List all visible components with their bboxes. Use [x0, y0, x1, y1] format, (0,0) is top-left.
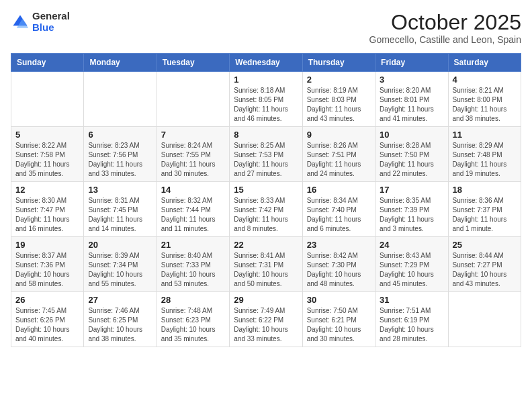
day-number: 9 — [307, 130, 371, 140]
day-info: Sunrise: 7:46 AM Sunset: 6:25 PM Dayligh… — [88, 306, 152, 344]
day-number: 27 — [88, 295, 152, 305]
weekday-header-saturday: Saturday — [448, 54, 521, 72]
day-info: Sunrise: 7:48 AM Sunset: 6:23 PM Dayligh… — [161, 306, 225, 344]
calendar-cell: 4Sunrise: 8:21 AM Sunset: 8:00 PM Daylig… — [448, 72, 521, 127]
logo-general: General — [32, 11, 70, 22]
weekday-header-monday: Monday — [84, 54, 157, 72]
day-info: Sunrise: 8:20 AM Sunset: 8:01 PM Dayligh… — [380, 86, 443, 124]
day-info: Sunrise: 8:25 AM Sunset: 7:53 PM Dayligh… — [234, 141, 298, 179]
weekday-header-sunday: Sunday — [11, 54, 84, 72]
day-info: Sunrise: 7:50 AM Sunset: 6:21 PM Dayligh… — [307, 306, 371, 344]
day-number: 24 — [380, 240, 443, 250]
day-info: Sunrise: 8:21 AM Sunset: 8:00 PM Dayligh… — [453, 86, 517, 124]
day-info: Sunrise: 8:43 AM Sunset: 7:29 PM Dayligh… — [380, 251, 443, 289]
day-number: 28 — [161, 295, 225, 305]
calendar-cell: 16Sunrise: 8:34 AM Sunset: 7:40 PM Dayli… — [302, 182, 375, 237]
calendar-cell: 27Sunrise: 7:46 AM Sunset: 6:25 PM Dayli… — [84, 292, 157, 347]
calendar-cell: 30Sunrise: 7:50 AM Sunset: 6:21 PM Dayli… — [302, 292, 375, 347]
calendar-cell: 13Sunrise: 8:31 AM Sunset: 7:45 PM Dayli… — [84, 182, 157, 237]
day-number: 26 — [15, 295, 79, 305]
day-info: Sunrise: 8:44 AM Sunset: 7:27 PM Dayligh… — [453, 251, 517, 289]
calendar-cell: 31Sunrise: 7:51 AM Sunset: 6:19 PM Dayli… — [375, 292, 448, 347]
day-info: Sunrise: 8:18 AM Sunset: 8:05 PM Dayligh… — [234, 86, 298, 124]
day-number: 30 — [307, 295, 371, 305]
calendar-cell: 21Sunrise: 8:40 AM Sunset: 7:33 PM Dayli… — [157, 237, 229, 292]
logo-icon — [11, 13, 30, 32]
calendar-cell: 15Sunrise: 8:33 AM Sunset: 7:42 PM Dayli… — [230, 182, 302, 237]
day-number: 22 — [234, 240, 298, 250]
day-info: Sunrise: 8:35 AM Sunset: 7:39 PM Dayligh… — [380, 196, 443, 234]
title-section: October 2025 Gomecello, Castille and Leo… — [369, 11, 521, 45]
calendar-cell: 1Sunrise: 8:18 AM Sunset: 8:05 PM Daylig… — [230, 72, 302, 127]
day-number: 31 — [380, 295, 443, 305]
calendar-cell: 28Sunrise: 7:48 AM Sunset: 6:23 PM Dayli… — [157, 292, 229, 347]
calendar-header: SundayMondayTuesdayWednesdayThursdayFrid… — [11, 54, 521, 72]
calendar-cell: 10Sunrise: 8:28 AM Sunset: 7:50 PM Dayli… — [375, 127, 448, 182]
weekday-header-wednesday: Wednesday — [230, 54, 302, 72]
calendar-body: 1Sunrise: 8:18 AM Sunset: 8:05 PM Daylig… — [11, 72, 521, 347]
weekday-header-friday: Friday — [375, 54, 448, 72]
day-info: Sunrise: 8:26 AM Sunset: 7:51 PM Dayligh… — [307, 141, 371, 179]
day-number: 3 — [380, 75, 443, 85]
day-number: 6 — [88, 130, 152, 140]
week-row-3: 12Sunrise: 8:30 AM Sunset: 7:47 PM Dayli… — [11, 182, 521, 237]
page-header: General Blue October 2025 Gomecello, Cas… — [11, 11, 521, 45]
day-info: Sunrise: 8:29 AM Sunset: 7:48 PM Dayligh… — [453, 141, 517, 179]
day-number: 12 — [15, 185, 79, 195]
day-number: 17 — [380, 185, 443, 195]
calendar-cell: 25Sunrise: 8:44 AM Sunset: 7:27 PM Dayli… — [448, 237, 521, 292]
weekday-header-row: SundayMondayTuesdayWednesdayThursdayFrid… — [11, 54, 521, 72]
calendar-cell: 7Sunrise: 8:24 AM Sunset: 7:55 PM Daylig… — [157, 127, 229, 182]
day-number: 2 — [307, 75, 371, 85]
day-number: 1 — [234, 75, 298, 85]
calendar-cell — [84, 72, 157, 127]
calendar-cell: 20Sunrise: 8:39 AM Sunset: 7:34 PM Dayli… — [84, 237, 157, 292]
week-row-5: 26Sunrise: 7:45 AM Sunset: 6:26 PM Dayli… — [11, 292, 521, 347]
week-row-2: 5Sunrise: 8:22 AM Sunset: 7:58 PM Daylig… — [11, 127, 521, 182]
calendar-cell: 5Sunrise: 8:22 AM Sunset: 7:58 PM Daylig… — [11, 127, 84, 182]
day-number: 11 — [453, 130, 517, 140]
calendar-cell: 8Sunrise: 8:25 AM Sunset: 7:53 PM Daylig… — [230, 127, 302, 182]
main-title: October 2025 — [369, 11, 521, 34]
calendar-cell: 17Sunrise: 8:35 AM Sunset: 7:39 PM Dayli… — [375, 182, 448, 237]
day-info: Sunrise: 8:31 AM Sunset: 7:45 PM Dayligh… — [88, 196, 152, 234]
calendar-cell — [448, 292, 521, 347]
day-number: 7 — [161, 130, 225, 140]
day-info: Sunrise: 7:45 AM Sunset: 6:26 PM Dayligh… — [15, 306, 79, 344]
calendar-cell: 24Sunrise: 8:43 AM Sunset: 7:29 PM Dayli… — [375, 237, 448, 292]
calendar-cell: 14Sunrise: 8:32 AM Sunset: 7:44 PM Dayli… — [157, 182, 229, 237]
calendar-table: SundayMondayTuesdayWednesdayThursdayFrid… — [11, 53, 521, 347]
day-info: Sunrise: 7:49 AM Sunset: 6:22 PM Dayligh… — [234, 306, 298, 344]
day-info: Sunrise: 8:23 AM Sunset: 7:56 PM Dayligh… — [88, 141, 152, 179]
day-info: Sunrise: 8:28 AM Sunset: 7:50 PM Dayligh… — [380, 141, 443, 179]
weekday-header-tuesday: Tuesday — [157, 54, 229, 72]
day-info: Sunrise: 8:22 AM Sunset: 7:58 PM Dayligh… — [15, 141, 79, 179]
day-number: 13 — [88, 185, 152, 195]
day-info: Sunrise: 8:24 AM Sunset: 7:55 PM Dayligh… — [161, 141, 225, 179]
day-number: 21 — [161, 240, 225, 250]
day-number: 29 — [234, 295, 298, 305]
day-info: Sunrise: 8:33 AM Sunset: 7:42 PM Dayligh… — [234, 196, 298, 234]
day-number: 23 — [307, 240, 371, 250]
calendar-cell: 18Sunrise: 8:36 AM Sunset: 7:37 PM Dayli… — [448, 182, 521, 237]
day-number: 10 — [380, 130, 443, 140]
day-info: Sunrise: 8:34 AM Sunset: 7:40 PM Dayligh… — [307, 196, 371, 234]
weekday-header-thursday: Thursday — [302, 54, 375, 72]
day-info: Sunrise: 8:42 AM Sunset: 7:30 PM Dayligh… — [307, 251, 371, 289]
day-info: Sunrise: 8:30 AM Sunset: 7:47 PM Dayligh… — [15, 196, 79, 234]
calendar-cell: 3Sunrise: 8:20 AM Sunset: 8:01 PM Daylig… — [375, 72, 448, 127]
calendar-cell: 26Sunrise: 7:45 AM Sunset: 6:26 PM Dayli… — [11, 292, 84, 347]
calendar-cell — [11, 72, 84, 127]
day-number: 20 — [88, 240, 152, 250]
day-number: 14 — [161, 185, 225, 195]
day-number: 18 — [453, 185, 517, 195]
calendar-cell — [157, 72, 229, 127]
day-info: Sunrise: 8:19 AM Sunset: 8:03 PM Dayligh… — [307, 86, 371, 124]
location-subtitle: Gomecello, Castille and Leon, Spain — [369, 34, 521, 45]
day-info: Sunrise: 8:32 AM Sunset: 7:44 PM Dayligh… — [161, 196, 225, 234]
week-row-4: 19Sunrise: 8:37 AM Sunset: 7:36 PM Dayli… — [11, 237, 521, 292]
day-number: 4 — [453, 75, 517, 85]
logo-text: General Blue — [32, 11, 70, 33]
week-row-1: 1Sunrise: 8:18 AM Sunset: 8:05 PM Daylig… — [11, 72, 521, 127]
calendar-cell: 19Sunrise: 8:37 AM Sunset: 7:36 PM Dayli… — [11, 237, 84, 292]
